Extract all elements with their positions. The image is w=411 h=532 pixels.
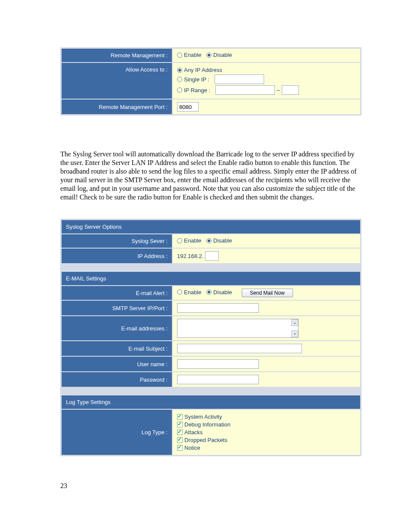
label-smtp-server: SMTP Server IP/Port : (61, 300, 172, 316)
label-allow-access: Allow Access to : (61, 62, 172, 99)
email-section-header: E-MAIL Settings (61, 271, 361, 286)
radio-icon (206, 289, 212, 295)
radio-icon (206, 53, 212, 58)
scroll-up-icon[interactable]: ▴ (291, 319, 298, 326)
syslog-section-header: Syslog Server Options (61, 220, 361, 234)
checkbox-icon (177, 429, 183, 435)
send-mail-now-button[interactable]: Send Mail Now (242, 289, 293, 297)
label-syslog-server: Syslog Sever : (61, 234, 172, 248)
email-alert-enable-radio[interactable]: Enable (177, 289, 201, 296)
remote-port-input[interactable] (177, 102, 199, 112)
password-input[interactable] (177, 375, 259, 384)
radio-label: IP Range : (184, 87, 210, 93)
radio-icon (177, 87, 182, 93)
label-email-alert: E-mail Alert : (61, 286, 172, 300)
checkbox-label: Notice (184, 445, 200, 451)
allow-ip-range-radio[interactable]: IP Range : (177, 87, 210, 93)
log-type-notice[interactable]: Notice (177, 445, 356, 451)
checkbox-label: Attacks (184, 429, 203, 436)
logtype-section-header: Log Type Settings (61, 395, 361, 409)
radio-label: Disable (213, 52, 232, 58)
smtp-server-input[interactable] (177, 303, 259, 313)
log-type-system-activity[interactable]: System Activity (177, 414, 356, 420)
checkbox-icon (177, 445, 183, 451)
syslog-disable-radio[interactable]: Disable (206, 237, 232, 244)
label-email-addresses: E-mail addresses : (61, 316, 172, 341)
label-log-type: Log Type : (61, 409, 172, 455)
scroll-down-icon[interactable]: ▾ (291, 330, 298, 337)
allow-any-ip-radio[interactable]: Any IP Address (177, 67, 222, 73)
single-ip-input[interactable] (215, 75, 264, 84)
ip-prefix: 192.168.2. (177, 253, 203, 259)
log-type-dropped-packets[interactable]: Dropped Packets (177, 437, 356, 443)
email-subject-input[interactable] (177, 344, 302, 353)
ip-range-end-input[interactable] (282, 85, 299, 95)
email-alert-disable-radio[interactable]: Disable (206, 289, 232, 296)
log-type-debug-information[interactable]: Debug Information (177, 421, 356, 428)
label-remote-management: Remote Management : (61, 48, 172, 62)
remote-management-panel: Remote Management : Enable Disable Allow (60, 47, 361, 115)
label-email-subject: E-mail Subject : (61, 341, 172, 356)
radio-label: Disable (213, 237, 232, 244)
page-number: 23 (60, 482, 361, 507)
allow-single-ip-radio[interactable]: Single IP : (177, 76, 209, 83)
remote-management-disable-radio[interactable]: Disable (206, 52, 232, 58)
checkbox-label: Debug Information (184, 421, 230, 428)
radio-label: Enable (184, 289, 201, 296)
radio-icon (177, 77, 182, 82)
label-user-name: User name : (61, 356, 172, 372)
label-ip-address: IP Address : (61, 248, 172, 264)
radio-label: Single IP : (184, 76, 209, 83)
label-password: Password : (61, 372, 172, 387)
syslog-enable-radio[interactable]: Enable (177, 237, 201, 244)
radio-label: Any IP Address (184, 67, 222, 73)
checkbox-icon (177, 437, 183, 443)
radio-label: Disable (213, 289, 232, 296)
checkbox-icon (177, 422, 183, 427)
radio-icon (206, 238, 212, 243)
checkbox-icon (177, 414, 183, 420)
checkbox-label: System Activity (184, 414, 222, 420)
radio-icon (177, 238, 182, 243)
user-name-input[interactable] (177, 359, 259, 369)
label-remote-port: Remote Management Port : (61, 99, 172, 115)
ip-range-start-input[interactable] (215, 85, 275, 95)
radio-icon (177, 68, 182, 73)
syslog-email-panel: Syslog Server Options Syslog Sever : Ena… (60, 219, 361, 456)
radio-icon (177, 289, 182, 295)
range-separator: ~ (277, 87, 280, 93)
radio-label: Enable (184, 237, 201, 244)
syslog-ip-last-octet-input[interactable] (205, 251, 219, 261)
description-paragraph: The Syslog Server tool will automaticall… (60, 150, 361, 202)
remote-management-enable-radio[interactable]: Enable (177, 52, 201, 58)
email-addresses-textarea[interactable]: ▴ ▾ (177, 319, 299, 338)
radio-icon (177, 53, 182, 58)
checkbox-label: Dropped Packets (184, 437, 227, 443)
radio-label: Enable (184, 52, 201, 58)
log-type-attacks[interactable]: Attacks (177, 429, 356, 436)
